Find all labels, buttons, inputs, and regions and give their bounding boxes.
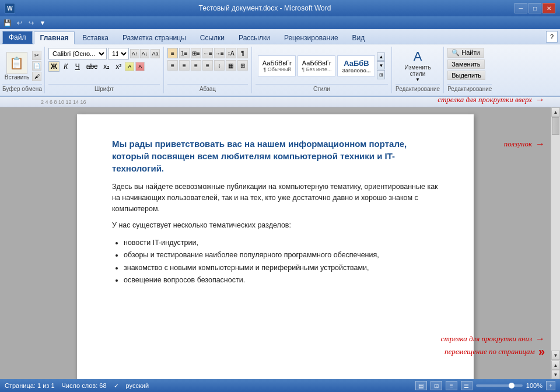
align-left-button[interactable]: ≡ <box>167 60 178 71</box>
document-list: новости IT-индустрии, обзоры и тестирова… <box>124 237 439 286</box>
styles-label: Стили <box>256 84 388 92</box>
document-para2: У нас существует несколько тематических … <box>112 220 439 231</box>
title-bar: W Тестовый документ.docx - Microsoft Wor… <box>0 0 560 16</box>
vertical-scrollbar[interactable]: ▲ ▼ ▲ ▼ <box>551 107 560 379</box>
document-page: Мы рады приветствовать вас на нашем инфо… <box>77 114 474 379</box>
subscript-button[interactable]: x₂ <box>101 61 112 72</box>
replace-button[interactable]: Заменить <box>447 60 484 69</box>
shading-button[interactable]: ▦ <box>226 60 236 71</box>
font-shrink-button[interactable]: A↓ <box>140 49 149 58</box>
ruler: 2 4 6 8 10 12 14 16 <box>0 97 560 107</box>
outline-button[interactable]: ☰ <box>461 381 473 390</box>
strikethrough-button[interactable]: abc <box>84 61 100 72</box>
maximize-button[interactable]: □ <box>528 3 541 13</box>
style-no-spacing[interactable]: АаБбВвГг ¶ Без инте... <box>298 55 335 76</box>
align-right-button[interactable]: ≡ <box>191 60 201 71</box>
language: русский <box>126 382 149 389</box>
word-count: Число слов: 68 <box>62 382 107 389</box>
numbered-list-button[interactable]: 1≡ <box>179 48 190 58</box>
list-item: новости IT-индустрии, <box>124 237 439 249</box>
increase-indent-button[interactable]: →≡ <box>214 48 225 58</box>
paragraph-label: Абзац <box>167 84 248 92</box>
tab-references[interactable]: Ссылки <box>194 32 231 44</box>
redo-button[interactable]: ↪ <box>26 18 36 28</box>
format-painter-button[interactable]: 🖌 <box>32 72 41 81</box>
help-button[interactable]: ? <box>546 31 558 43</box>
quick-access-toolbar: 💾 ↩ ↪ ▼ <box>0 16 560 29</box>
align-center-button[interactable]: ≡ <box>179 60 190 71</box>
styles-more[interactable]: ⊞ <box>377 70 385 79</box>
minimize-button[interactable]: ─ <box>514 3 527 13</box>
highlight-button[interactable]: A <box>125 62 134 71</box>
styles-group: АаБбВвГг ¶ Обычный АаБбВвГг ¶ Без инте..… <box>252 47 392 93</box>
web-layout-button[interactable]: ≡ <box>446 381 457 390</box>
ribbon: 📋 Вставить ✂ 📄 🖌 Буфер обмена Calibri (О… <box>0 44 560 97</box>
editing-label: Редактирование <box>396 84 440 92</box>
font-color-button[interactable]: A <box>135 62 145 71</box>
copy-button[interactable]: 📄 <box>32 61 41 71</box>
paste-button[interactable]: 📋 Вставить <box>3 50 31 82</box>
select-button[interactable]: Выделить <box>447 71 485 80</box>
spell-check-icon[interactable]: ✓ <box>114 382 119 390</box>
page-wrapper: Мы рады приветствовать вас на нашем инфо… <box>0 107 551 379</box>
ribbon-tabs: Файл Главная Вставка Разметка страницы С… <box>0 29 560 44</box>
font-name-select[interactable]: Calibri (Осно... <box>48 48 107 60</box>
prev-page-button[interactable]: ▲ <box>551 360 560 370</box>
tab-page-layout[interactable]: Разметка страницы <box>116 32 192 44</box>
bold-button[interactable]: Ж <box>48 61 60 72</box>
italic-button[interactable]: К <box>61 61 71 72</box>
document-heading: Мы рады приветствовать вас на нашем инфо… <box>112 138 439 174</box>
style-normal[interactable]: АаБбВвГг ¶ Обычный <box>258 55 296 76</box>
tab-mailings[interactable]: Рассылки <box>232 32 276 44</box>
decrease-indent-button[interactable]: ←≡ <box>202 48 213 58</box>
justify-button[interactable]: ≡ <box>202 60 213 71</box>
multilevel-list-button[interactable]: ⊞≡ <box>191 48 201 58</box>
scroll-down-button[interactable]: ▼ <box>551 351 560 360</box>
tab-view[interactable]: Вид <box>346 32 372 44</box>
clipboard-group: 📋 Вставить ✂ 📄 🖌 Буфер обмена <box>0 47 45 93</box>
find-button[interactable]: 🔍 Найти <box>447 48 484 58</box>
page-info: Страница: 1 из 1 <box>5 382 55 389</box>
scroll-track[interactable] <box>551 117 560 351</box>
word-icon: W <box>5 3 15 13</box>
line-spacing-button[interactable]: ↕ <box>214 60 225 71</box>
sort-button[interactable]: ↕A <box>226 48 236 58</box>
tab-file[interactable]: Файл <box>2 31 33 44</box>
full-screen-button[interactable]: ⊡ <box>430 381 442 390</box>
font-grow-button[interactable]: A↑ <box>130 49 139 58</box>
print-layout-button[interactable]: ▤ <box>415 381 427 390</box>
zoom-slider[interactable] <box>476 384 523 387</box>
font-size-select[interactable]: 11 <box>108 48 129 60</box>
tab-home[interactable]: Главная <box>34 32 75 44</box>
tab-review[interactable]: Рецензирование <box>278 32 345 44</box>
list-item: знакомство с новыми компьютерными и пери… <box>124 262 439 274</box>
styles-scroll-down[interactable]: ▼ <box>377 61 385 69</box>
list-item: обзоры и тестирование наиболее популярно… <box>124 249 439 261</box>
change-styles-button[interactable]: A Изменитьстили ▼ <box>400 48 435 83</box>
undo-button[interactable]: ↩ <box>14 18 24 28</box>
bullet-list-button[interactable]: ≡ <box>167 48 178 58</box>
tab-insert[interactable]: Вставка <box>76 32 115 44</box>
clipboard-label: Буфер обмена <box>2 84 42 92</box>
scroll-up-button[interactable]: ▲ <box>551 107 560 117</box>
zoom-thumb[interactable] <box>509 383 514 388</box>
quick-access-dropdown[interactable]: ▼ <box>37 18 48 28</box>
style-heading1[interactable]: АаБбВ Заголово... <box>337 55 375 76</box>
underline-button[interactable]: Ч <box>72 61 83 72</box>
paragraph-group: ≡ 1≡ ⊞≡ ←≡ →≡ ↕A ¶ ≡ ≡ ≡ ≡ ↕ ▦ ⊞ Абзац <box>164 47 252 93</box>
show-marks-button[interactable]: ¶ <box>237 48 248 58</box>
save-quick-button[interactable]: 💾 <box>2 18 13 28</box>
title-bar-left: W <box>5 3 15 13</box>
list-item: освещение вопросов безопасности. <box>124 274 439 286</box>
change-case-button[interactable]: Aa <box>150 49 160 58</box>
scroll-thumb[interactable] <box>552 117 559 135</box>
window-title: Тестовый документ.docx - Microsoft Word <box>15 4 514 12</box>
superscript-button[interactable]: x² <box>113 61 124 72</box>
close-button[interactable]: ✕ <box>542 3 555 13</box>
next-page-button[interactable]: ▼ <box>551 370 560 379</box>
styles-scroll-up[interactable]: ▲ <box>377 52 385 61</box>
cut-button[interactable]: ✂ <box>32 51 41 60</box>
borders-button[interactable]: ⊞ <box>237 60 248 71</box>
zoom-in-button[interactable]: + <box>546 381 555 390</box>
window-controls: ─ □ ✕ <box>514 3 555 13</box>
